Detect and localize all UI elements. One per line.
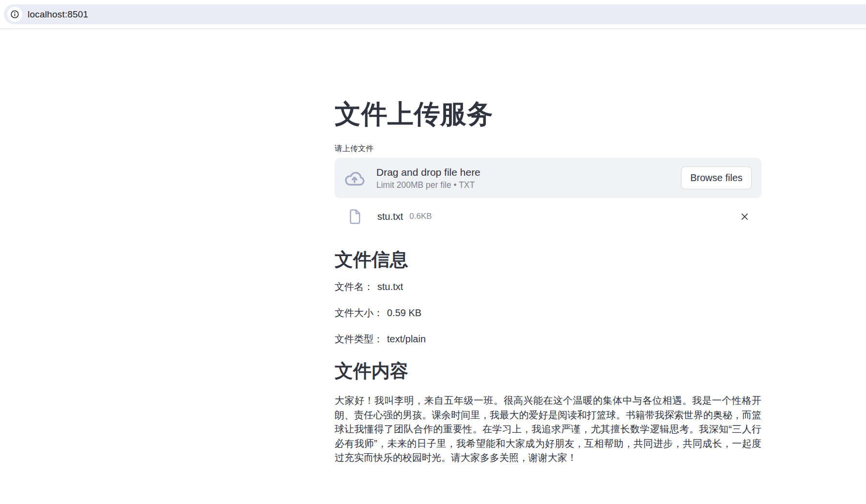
info-value: stu.txt [377, 281, 403, 292]
file-dropzone[interactable]: Drag and drop file here Limit 200MB per … [335, 158, 761, 198]
close-icon [741, 213, 749, 221]
file-document-icon [348, 209, 362, 225]
cloud-upload-icon [343, 168, 366, 189]
url-text[interactable]: localhost:8501 [28, 9, 88, 20]
uploader-label: 请上传文件 [335, 142, 761, 155]
info-icon [10, 10, 19, 19]
uploaded-file-row: stu.txt 0.6KB [335, 206, 761, 227]
file-info-row-name: 文件名：stu.txt [335, 279, 761, 294]
file-info-row-type: 文件类型：text/plain [335, 331, 761, 347]
info-value: text/plain [387, 334, 426, 344]
dropzone-title: Drag and drop file here [376, 166, 681, 179]
uploaded-file-name: stu.txt [377, 211, 403, 222]
info-label: 文件大小： [335, 307, 383, 318]
file-info-heading: 文件信息 [335, 248, 761, 271]
address-bar[interactable]: localhost:8501 [4, 4, 866, 24]
dropzone-instructions: Drag and drop file here Limit 200MB per … [376, 166, 681, 191]
main-content: 文件上传服务 请上传文件 Drag and drop file here Lim… [335, 29, 761, 465]
info-label: 文件名： [335, 281, 373, 292]
info-value: 0.59 KB [387, 307, 421, 318]
info-label: 文件类型： [335, 334, 383, 344]
uploaded-file-size: 0.6KB [409, 212, 432, 221]
browse-files-button[interactable]: Browse files [681, 167, 752, 189]
file-content-text: 大家好！我叫李明，来自五年级一班。很高兴能在这个温暖的集体中与各位相遇。我是一个… [335, 394, 761, 465]
remove-file-button[interactable] [737, 209, 752, 224]
browser-toolbar: localhost:8501 [0, 0, 866, 29]
site-info-button[interactable] [7, 7, 22, 22]
file-info-row-size: 文件大小：0.59 KB [335, 305, 761, 321]
dropzone-limit-hint: Limit 200MB per file • TXT [376, 180, 681, 191]
file-content-heading: 文件内容 [335, 359, 761, 382]
page-title: 文件上传服务 [335, 98, 761, 130]
